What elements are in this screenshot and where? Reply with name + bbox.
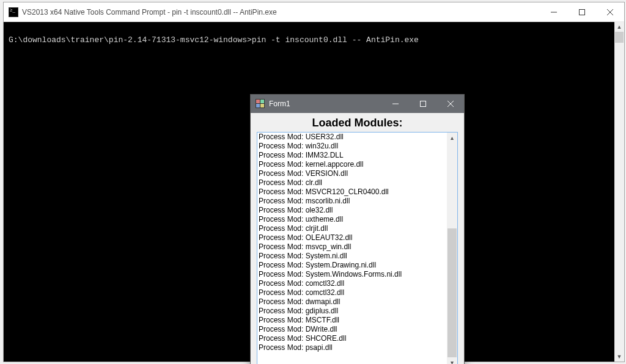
form1-titlebar[interactable]: Form1 bbox=[251, 95, 464, 113]
list-item[interactable]: Process Mod: DWrite.dll bbox=[259, 325, 446, 334]
list-item[interactable]: Process Mod: IMM32.DLL bbox=[259, 151, 446, 160]
form1-maximize-button[interactable] bbox=[409, 95, 436, 113]
form1-window-controls bbox=[381, 95, 464, 113]
minimize-button[interactable] bbox=[540, 2, 568, 21]
list-item[interactable]: Process Mod: dwmapi.dll bbox=[259, 297, 446, 307]
cmd-icon bbox=[9, 7, 18, 17]
list-item[interactable]: Process Mod: psapi.dll bbox=[259, 343, 446, 352]
form1-title: Form1 bbox=[269, 100, 290, 108]
svg-rect-0 bbox=[580, 9, 585, 15]
cmd-scrollbar[interactable]: ▲ ▼ bbox=[614, 22, 624, 362]
form1-close-button[interactable] bbox=[436, 95, 464, 113]
list-item[interactable]: Process Mod: comctl32.dll bbox=[259, 288, 446, 297]
form1-window: Form1 Loaded Modules: Process Mod: U bbox=[250, 94, 465, 364]
list-item[interactable]: Process Mod: MSCTF.dll bbox=[259, 316, 446, 325]
form1-minimize-button[interactable] bbox=[381, 95, 409, 113]
cmd-window-controls bbox=[540, 2, 624, 21]
list-item[interactable]: Process Mod: comctl32.dll bbox=[259, 279, 446, 288]
command-prompt-window: VS2013 x64 Native Tools Command Prompt -… bbox=[3, 2, 625, 362]
list-item[interactable]: Process Mod: uxtheme.dll bbox=[259, 215, 446, 224]
cmd-titlebar[interactable]: VS2013 x64 Native Tools Command Prompt -… bbox=[4, 2, 624, 22]
list-item[interactable]: Process Mod: System.ni.dll bbox=[259, 252, 446, 261]
list-item[interactable]: Process Mod: clr.dll bbox=[259, 178, 446, 187]
close-button[interactable] bbox=[596, 2, 624, 21]
list-item[interactable]: Process Mod: SHCORE.dll bbox=[259, 334, 446, 343]
list-item[interactable]: Process Mod: MSVCR120_CLR0400.dll bbox=[259, 187, 446, 197]
svg-rect-1 bbox=[420, 101, 425, 107]
list-item[interactable]: Process Mod: msvcp_win.dll bbox=[259, 242, 446, 252]
list-item[interactable]: Process Mod: win32u.dll bbox=[259, 142, 446, 151]
modules-listbox-wrap: Process Mod: USER32.dllProcess Mod: win3… bbox=[257, 132, 458, 364]
maximize-button[interactable] bbox=[568, 2, 596, 21]
scroll-track[interactable] bbox=[614, 32, 624, 352]
cmd-prompt-line: G:\downloads\trainer\pin-2.14-71313-msvc… bbox=[4, 22, 624, 45]
list-item[interactable]: Process Mod: System.Windows.Forms.ni.dll bbox=[259, 270, 446, 279]
scroll-up-icon[interactable]: ▲ bbox=[614, 22, 624, 32]
scroll-down-icon[interactable]: ▼ bbox=[614, 352, 624, 362]
loaded-modules-heading: Loaded Modules: bbox=[257, 117, 458, 129]
list-scroll-down-icon[interactable]: ▾ bbox=[447, 357, 457, 364]
list-item[interactable]: Process Mod: OLEAUT32.dll bbox=[259, 233, 446, 242]
list-item[interactable]: Process Mod: clrjit.dll bbox=[259, 224, 446, 233]
modules-listbox[interactable]: Process Mod: USER32.dllProcess Mod: win3… bbox=[257, 133, 447, 364]
list-scroll-thumb[interactable] bbox=[447, 228, 457, 357]
list-item[interactable]: Process Mod: ole32.dll bbox=[259, 206, 446, 215]
listbox-scrollbar[interactable]: ▴ ▾ bbox=[447, 133, 457, 364]
scroll-thumb[interactable] bbox=[615, 32, 624, 43]
cmd-title: VS2013 x64 Native Tools Command Prompt -… bbox=[22, 8, 277, 16]
list-item[interactable]: Process Mod: VERSION.dll bbox=[259, 169, 446, 178]
list-item[interactable]: Process Mod: System.Drawing.ni.dll bbox=[259, 261, 446, 270]
cmd-body[interactable]: G:\downloads\trainer\pin-2.14-71313-msvc… bbox=[4, 22, 624, 362]
list-item[interactable]: Process Mod: USER32.dll bbox=[259, 133, 446, 142]
list-item[interactable]: Process Mod: gdiplus.dll bbox=[259, 307, 446, 316]
list-item[interactable]: Process Mod: kernel.appcore.dll bbox=[259, 160, 446, 169]
form1-body: Loaded Modules: Process Mod: USER32.dllP… bbox=[251, 113, 464, 364]
list-scroll-up-icon[interactable]: ▴ bbox=[447, 133, 457, 143]
list-item[interactable]: Process Mod: mscorlib.ni.dll bbox=[259, 197, 446, 206]
form-icon bbox=[256, 99, 265, 109]
list-scroll-track[interactable] bbox=[447, 143, 457, 357]
